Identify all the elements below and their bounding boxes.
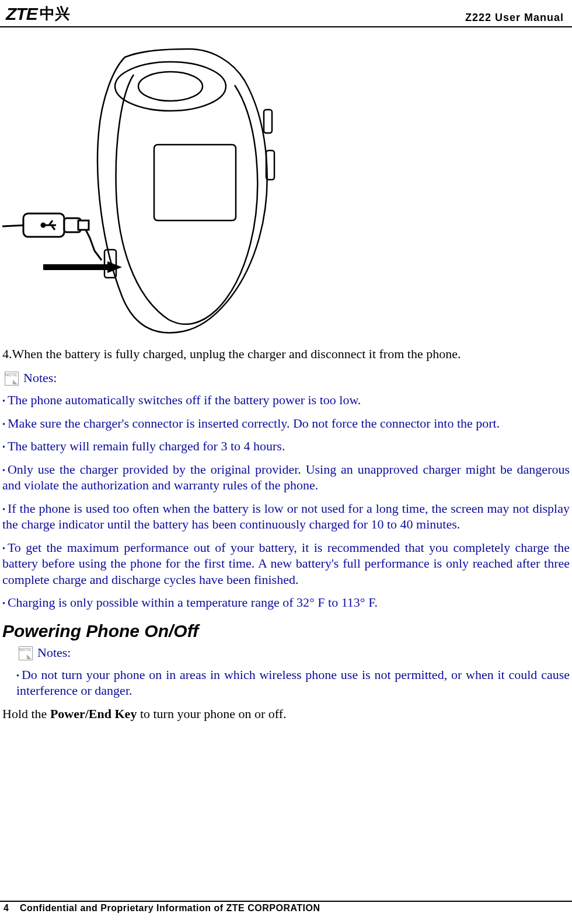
note-text: Make sure the charger's connector is ins… (8, 416, 500, 430)
content: 4.When the battery is fully charged, unp… (2, 28, 570, 722)
svg-rect-2 (154, 145, 236, 220)
notes-list-1: •The phone automatically switches off if… (2, 392, 570, 611)
page-header: ZTE 中兴 Z222 User Manual (0, 0, 572, 27)
logo: ZTE 中兴 (6, 4, 70, 24)
hold-pre: Hold the (2, 706, 50, 721)
list-item: •To get the maximum performance out of y… (2, 540, 570, 588)
logo-latin: ZTE (6, 4, 37, 24)
svg-rect-3 (264, 110, 272, 133)
note-text: The phone automatically switches off if … (8, 393, 361, 407)
note-text: To get the maximum performance out of yo… (2, 540, 570, 587)
step-4-text: 4.When the battery is fully charged, unp… (2, 346, 570, 362)
svg-rect-10 (43, 264, 107, 270)
logo-cn: 中兴 (40, 4, 70, 24)
svg-rect-8 (78, 220, 89, 230)
svg-point-0 (115, 62, 226, 111)
note-icon (16, 645, 34, 661)
doc-title: Z222 User Manual (465, 12, 564, 24)
note-text: Charging is only possible within a tempe… (8, 595, 378, 610)
notes-label-2: Notes: (37, 645, 71, 660)
hold-bold: Power/End Key (50, 706, 137, 721)
note-icon (2, 370, 20, 386)
footer-text: Confidential and Proprietary Information… (20, 903, 320, 914)
notes-heading-2: Notes: (16, 645, 570, 661)
power-section-body: Notes: •Do not turn your phone on in are… (16, 645, 570, 699)
list-item: •Make sure the charger's connector is in… (2, 415, 570, 432)
list-item: •If the phone is used too often when the… (2, 501, 570, 533)
notes-label-1: Notes: (23, 370, 57, 386)
hold-post: to turn your phone on or off. (137, 706, 286, 721)
notes-heading-1: Notes: (2, 370, 570, 386)
page-footer: 4 Confidential and Proprietary Informati… (0, 901, 572, 914)
page: ZTE 中兴 Z222 User Manual (0, 0, 572, 924)
hold-power-line: Hold the Power/End Key to turn your phon… (2, 706, 570, 722)
svg-marker-11 (107, 261, 122, 273)
figure-phone-charging (2, 34, 570, 343)
list-item: •Only use the charger provided by the or… (2, 461, 570, 494)
list-item: •Charging is only possible within a temp… (2, 594, 570, 611)
note-text: If the phone is used too often when the … (2, 501, 570, 532)
note-text: Do not turn your phone on in areas in wh… (16, 667, 570, 698)
note-text: Only use the charger provided by the ori… (2, 462, 570, 493)
page-number: 4 (4, 903, 14, 914)
section-heading-power: Powering Phone On/Off (2, 621, 570, 641)
notes-list-2: •Do not turn your phone on in areas in w… (16, 667, 570, 699)
svg-point-1 (138, 72, 203, 101)
list-item: •The phone automatically switches off if… (2, 392, 570, 408)
phone-illustration-icon (2, 34, 294, 343)
list-item: •Do not turn your phone on in areas in w… (16, 667, 570, 699)
list-item: •The battery will remain fully charged f… (2, 438, 570, 454)
note-text: The battery will remain fully charged fo… (8, 439, 285, 453)
